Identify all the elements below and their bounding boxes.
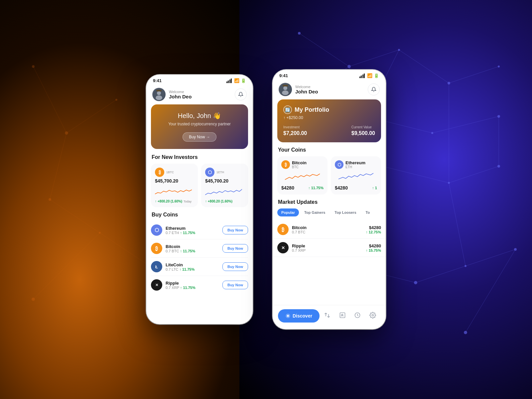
market-xrp-amount: 0.7 XRP [292, 248, 366, 252]
avatar-left [152, 88, 166, 101]
eth-change: ↑ +800.20 (1.60%) [205, 200, 232, 203]
your-eth-icon: ⬡ [335, 160, 343, 169]
market-xrp-change: ↑ 15.75% [366, 248, 381, 252]
tab-loosers[interactable]: Top Loosers [331, 208, 360, 216]
buy-xrp-amount: 0.7 XRP ↑ 11.75% [166, 286, 222, 290]
eth-price: $45,700.20 [205, 178, 244, 184]
market-xrp-item: ✕ Ripple 0.7 XRP $4280 ↑ 15.75% [273, 239, 386, 257]
buy-btc-button[interactable]: Buy Now [222, 244, 248, 253]
your-coins-title: Your Coins [273, 147, 386, 156]
buy-ltc-name: LiteCoin [166, 262, 222, 267]
investment-label: Investment [283, 125, 307, 129]
buy-ltc-info: LiteCoin 0.7 LTC ↑ 11.75% [166, 262, 222, 271]
hero-subtitle: Your trusted cryptocurrency partner [168, 122, 231, 126]
eth-investor-card[interactable]: ⬡ 1ETH $45,700.20 ↑ +800.20 (1.60%) [201, 164, 248, 207]
market-btc-amount: 0.7 BTC [292, 230, 366, 234]
discover-button[interactable]: Discover [278, 309, 320, 323]
time-left: 9:41 [153, 78, 162, 83]
buy-btc-name: Bitcoin [166, 244, 222, 249]
buy-ltc-amount: 0.7 LTC ↑ 11.75% [166, 267, 222, 271]
buy-xrp-icon: ✕ [151, 279, 162, 291]
buy-xrp-item: ✕ Ripple 0.7 XRP ↑ 11.75% Buy Now [151, 276, 248, 294]
notification-button-left[interactable] [235, 88, 247, 100]
btc-icon: ₿ [155, 168, 164, 177]
svg-point-67 [372, 314, 374, 316]
btc-investor-card[interactable]: ₿ 1BTC $45,700.20 ↑ +800.20 (1.60%) Toda… [151, 164, 198, 207]
buy-eth-icon: ⬡ [151, 224, 162, 236]
investor-cards-row: ₿ 1BTC $45,700.20 ↑ +800.20 (1.60%) Toda… [146, 164, 253, 212]
market-xrp-info: Ripple 0.7 XRP [292, 243, 366, 252]
portfolio-header: 🔄 My Portfolio [283, 105, 375, 114]
your-btc-symbol: BTC [292, 165, 307, 169]
your-eth-card[interactable]: ⬡ Ethereum ETH $4280 ↑ 1 [331, 156, 381, 195]
svg-point-57 [156, 95, 162, 100]
portfolio-current: Current Value $9,500.00 [351, 125, 375, 136]
market-xrp-price-block: $4280 ↑ 15.75% [366, 243, 381, 252]
btc-period: Today [184, 200, 192, 203]
phone-left: 9:41 📶 🔋 [146, 75, 253, 324]
buy-eth-item: ⬡ Ethereum 0.7 ETH ↑ 11.75% Buy Now [151, 221, 248, 239]
new-investors-title: For New Investors [146, 154, 253, 164]
portfolio-icon: 🔄 [283, 105, 292, 114]
current-value: $9,500.00 [351, 130, 375, 136]
market-tabs: Popular Top Gainers Top Loosers To [273, 208, 386, 220]
svg-point-60 [283, 86, 287, 90]
market-xrp-icon: ✕ [277, 242, 289, 253]
buy-xrp-info: Ripple 0.7 XRP ↑ 11.75% [166, 281, 222, 290]
user-info-left: Welcome John Deo [169, 90, 235, 99]
buy-btc-icon: ₿ [151, 243, 162, 254]
time-right: 9:41 [279, 73, 288, 78]
market-xrp-name: Ripple [292, 243, 366, 248]
battery-icon-right: 🔋 [374, 73, 379, 78]
tab-more[interactable]: To [362, 208, 374, 216]
market-btc-name: Bitcoin [292, 225, 366, 230]
buy-xrp-button[interactable]: Buy Now [222, 281, 248, 289]
wifi-icon-right: 📶 [367, 73, 372, 78]
your-btc-card[interactable]: ₿ Bitcoin BTC $4280 ↑ 11.75% [277, 156, 328, 195]
discover-label: Discover [293, 313, 312, 319]
tab-gainers[interactable]: Top Gainers [300, 208, 329, 216]
status-icons-right: 📶 🔋 [359, 73, 379, 78]
wifi-icon: 📶 [234, 78, 239, 83]
buy-eth-button[interactable]: Buy Now [222, 226, 248, 234]
svg-point-64 [287, 315, 289, 317]
nav-chart-button[interactable] [338, 311, 347, 322]
buy-coins-title: Buy Coins [146, 212, 253, 221]
your-btc-name: Bitcoin [292, 160, 307, 165]
buy-eth-name: Ethereum [166, 226, 222, 231]
market-xrp-value: $4280 [366, 243, 381, 248]
your-coins-row: ₿ Bitcoin BTC $4280 ↑ 11.75% [273, 156, 386, 199]
your-eth-symbol: ETH [345, 165, 365, 169]
nav-history-button[interactable] [353, 311, 362, 322]
market-updates-title: Market Updates [273, 199, 386, 208]
signal-icon [226, 78, 232, 83]
your-eth-name: Ethereum [345, 160, 365, 165]
nav-settings-button[interactable] [368, 311, 377, 322]
your-eth-change: ↑ 1 [372, 186, 377, 190]
market-btc-change: ↑ 12.75% [366, 230, 381, 234]
tab-popular[interactable]: Popular [277, 208, 299, 216]
portfolio-title: My Portfolio [295, 106, 329, 113]
your-btc-price: $4280 [281, 185, 294, 191]
portfolio-gain: ↑ +$250.00 [283, 115, 375, 120]
buy-ltc-item: Ł LiteCoin 0.7 LTC ↑ 11.75% Buy Now [151, 258, 248, 276]
buy-btc-item: ₿ Bitcoin 0.7 BTC ↑ 11.75% Buy Now [151, 239, 248, 258]
buy-xrp-name: Ripple [166, 281, 222, 286]
notification-button-right[interactable] [368, 83, 380, 95]
hero-buy-button[interactable]: Buy Now → [183, 132, 216, 142]
buy-eth-info: Ethereum 0.7 ETH ↑ 11.75% [166, 226, 222, 235]
buy-ltc-button[interactable]: Buy Now [222, 262, 248, 271]
market-btc-info: Bitcoin 0.7 BTC [292, 225, 366, 234]
buy-btc-info: Bitcoin 0.7 BTC ↑ 11.75% [166, 244, 222, 253]
buy-btc-amount: 0.7 BTC ↑ 11.75% [166, 249, 222, 253]
btc-price: $45,700.20 [155, 178, 194, 184]
status-bar-right: 9:41 📶 🔋 [273, 70, 386, 80]
svg-point-56 [157, 91, 161, 95]
your-btc-icon: ₿ [281, 160, 290, 169]
battery-icon: 🔋 [241, 78, 246, 83]
buy-coins-list: ⬡ Ethereum 0.7 ETH ↑ 11.75% Buy Now ₿ Bi… [146, 221, 253, 294]
btc-change: ↑ +800.20 (1.60%) [155, 200, 182, 203]
nav-transfer-button[interactable] [323, 311, 332, 322]
buy-ltc-icon: Ł [151, 261, 162, 272]
btc-label: 1BTC [166, 171, 174, 174]
